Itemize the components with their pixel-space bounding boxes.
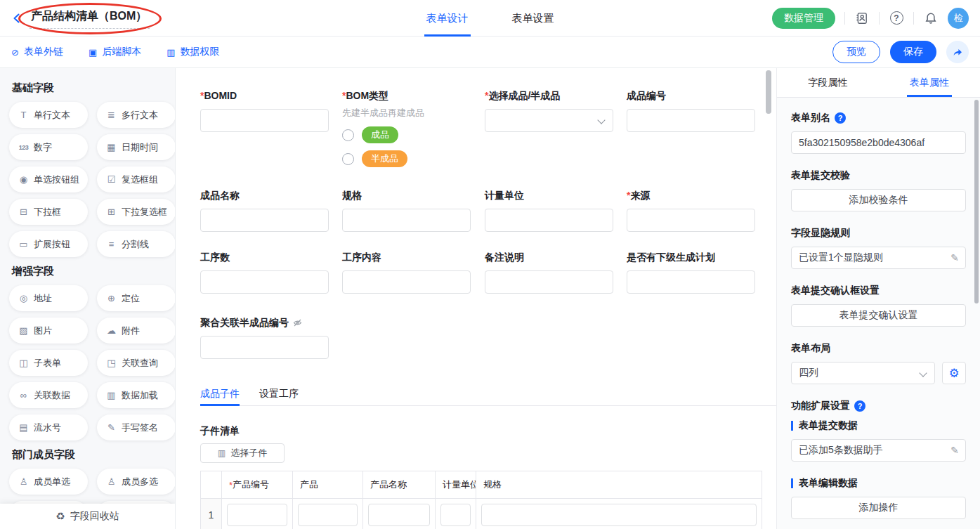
field-item-checkbox-group[interactable]: ☑复选框组: [97, 166, 176, 192]
field-product-name[interactable]: 成品名称: [200, 188, 329, 232]
submit-data-box[interactable]: 已添加5条数据助手 ✎: [791, 439, 966, 462]
product-name-input[interactable]: [200, 209, 329, 232]
field-item-linked-query[interactable]: ◳关联查询: [97, 350, 176, 376]
field-item-datetime[interactable]: ▦日期时间: [97, 134, 176, 160]
edit-icon[interactable]: ✎: [950, 445, 959, 456]
submit-confirm-button[interactable]: 表单提交确认设置: [791, 304, 966, 327]
form-layout-select[interactable]: 四列: [791, 362, 935, 384]
field-item-single-line-text[interactable]: T单行文本: [9, 102, 88, 128]
canvas-scrollbar[interactable]: [766, 70, 771, 114]
avatar[interactable]: 检: [948, 8, 969, 29]
tab-form-settings[interactable]: 表单设置: [512, 0, 554, 37]
radio-semi-finished-product[interactable]: [342, 153, 354, 165]
row1-spec-input[interactable]: [481, 504, 757, 526]
field-item-subform[interactable]: ◫子表单: [9, 350, 88, 376]
aggregate-code-input[interactable]: [200, 336, 329, 359]
field-select-product[interactable]: *选择成品/半成品: [485, 89, 613, 132]
form-external-link[interactable]: ⊘ 表单外链: [11, 46, 63, 58]
field-item-member-single[interactable]: ♙成员单选: [9, 469, 88, 495]
source-input[interactable]: [627, 209, 755, 232]
field-product-code[interactable]: 成品编号: [627, 89, 755, 132]
process-count-input[interactable]: [200, 270, 329, 294]
row1-product-name-input[interactable]: [368, 504, 430, 526]
row1-unit-input[interactable]: [440, 504, 471, 526]
field-item-serial-number[interactable]: ▤流水号: [9, 414, 88, 440]
tab-form-design[interactable]: 表单设计: [426, 0, 469, 37]
field-source[interactable]: *来源: [627, 188, 755, 232]
field-item-location[interactable]: ⊕定位: [97, 285, 176, 311]
back-icon[interactable]: [11, 13, 22, 24]
field-item-dropdown[interactable]: ⊟下拉框: [9, 199, 88, 225]
preview-button[interactable]: 预览: [832, 41, 880, 63]
field-palette-sidebar[interactable]: 基础字段 T单行文本 ≣多行文本 123数字 ▦日期时间 ◉单选按钮组 ☑复选框…: [0, 68, 176, 529]
layout-gear-button[interactable]: ⚙: [942, 362, 966, 384]
field-has-sub-plan[interactable]: 是否有下级生成计划: [627, 250, 755, 294]
help-badge-icon[interactable]: ?: [835, 112, 846, 124]
field-item-number[interactable]: 123数字: [9, 134, 88, 160]
product-code-input[interactable]: [627, 109, 755, 132]
field-item-divider-line[interactable]: ≡分割线: [97, 231, 176, 257]
tab-set-process[interactable]: 设置工序: [259, 383, 299, 405]
calendar-icon: ▦: [106, 142, 117, 152]
field-label: 成品编号: [627, 90, 666, 101]
script-icon: ▣: [89, 47, 97, 58]
field-item-address[interactable]: ◎地址: [9, 285, 88, 311]
field-process-content[interactable]: 工序内容: [342, 250, 471, 294]
field-label: 计量单位: [485, 190, 524, 201]
tab-form-properties[interactable]: 表单属性: [879, 68, 980, 97]
serial-number-icon: ▤: [18, 422, 29, 433]
data-permission-link[interactable]: ▥ 数据权限: [166, 46, 219, 58]
field-item-member-multi[interactable]: ♙成员多选: [97, 469, 176, 495]
edit-icon[interactable]: ✎: [950, 252, 959, 263]
tab-field-properties[interactable]: 字段属性: [777, 68, 879, 97]
field-item-dropdown-multi[interactable]: ⊞下拉复选框: [97, 199, 176, 225]
form-alias-input[interactable]: 5fa302150958e2b0de4306af: [791, 131, 966, 154]
share-button[interactable]: [946, 41, 969, 63]
select-child-button[interactable]: ▥ 选择子件: [200, 443, 285, 463]
add-action-button[interactable]: 添加操作: [791, 497, 966, 519]
data-manage-button[interactable]: 数据管理: [772, 8, 835, 29]
help-icon[interactable]: ?: [889, 11, 904, 26]
field-unit[interactable]: 计量单位: [485, 188, 613, 232]
add-validation-button[interactable]: 添加校验条件: [791, 189, 966, 211]
select-product-dropdown[interactable]: [485, 109, 613, 132]
field-bom-type[interactable]: *BOM类型 先建半成品再建成品 成品 半成品: [342, 89, 471, 167]
spec-input[interactable]: [342, 209, 471, 232]
eye-off-icon[interactable]: [292, 318, 303, 328]
process-content-input[interactable]: [342, 270, 471, 294]
section-bar: [791, 421, 793, 431]
remark-input[interactable]: [485, 270, 613, 294]
help-badge-icon[interactable]: ?: [854, 400, 865, 412]
form-design-canvas[interactable]: *BOMID *BOM类型 先建半成品再建成品 成品 半成品 *选择成品/半成品…: [176, 68, 776, 529]
backend-script-link[interactable]: ▣ 后端脚本: [89, 46, 141, 58]
save-button[interactable]: 保存: [890, 41, 936, 63]
panel-scrollbar[interactable]: [974, 100, 979, 303]
field-recycle-bin[interactable]: ♻ 字段回收站: [0, 504, 175, 529]
field-item-linked-data[interactable]: ∞关联数据: [9, 382, 88, 408]
field-item-radio-group[interactable]: ◉单选按钮组: [9, 166, 88, 192]
radio-finished-product[interactable]: [342, 129, 354, 141]
row1-product-code-input[interactable]: [227, 504, 287, 526]
chart-icon: ▥: [218, 448, 226, 458]
field-item-image[interactable]: ▨图片: [9, 318, 88, 344]
field-item-multi-line-text[interactable]: ≣多行文本: [97, 102, 176, 128]
row1-product-input[interactable]: [298, 504, 358, 526]
field-aggregate-code[interactable]: 聚合关联半成品编号: [200, 315, 329, 359]
gear-icon: ⚙: [948, 366, 959, 381]
field-item-attachment[interactable]: ☁附件: [97, 318, 176, 344]
field-process-count[interactable]: 工序数: [200, 250, 329, 294]
field-spec[interactable]: 规格: [342, 188, 471, 232]
contacts-icon[interactable]: [854, 11, 870, 26]
unit-input[interactable]: [485, 209, 613, 232]
field-bomid[interactable]: *BOMID: [200, 89, 329, 132]
bomid-input[interactable]: [200, 109, 329, 132]
tab-product-children[interactable]: 成品子件: [200, 383, 240, 405]
field-item-data-load[interactable]: ▥数据加载: [97, 382, 176, 408]
recycle-icon: ♻: [55, 510, 65, 523]
has-sub-plan-input[interactable]: [627, 270, 755, 294]
notification-bell-icon[interactable]: [923, 11, 939, 26]
field-remark[interactable]: 备注说明: [485, 250, 613, 294]
field-item-signature[interactable]: ✎手写签名: [97, 414, 176, 440]
visibility-rules-box[interactable]: 已设置1个显隐规则 ✎: [791, 247, 966, 269]
field-item-extend-button[interactable]: ▭扩展按钮: [9, 231, 88, 257]
